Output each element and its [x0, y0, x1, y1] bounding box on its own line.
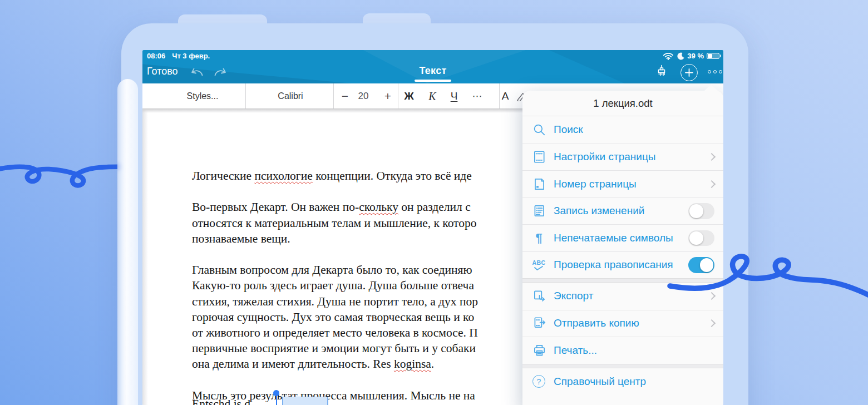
font-size-decrease-button[interactable]: − [342, 90, 348, 103]
toggle-spellcheck[interactable] [688, 257, 714, 273]
formatting-marks-icon: ¶ [531, 230, 546, 245]
send-copy-icon [531, 316, 546, 331]
clock: 08:06 [147, 52, 165, 60]
text-run: первичные восприятие и эмоции могут быть… [192, 342, 476, 355]
text-run: он разделил с [398, 200, 471, 214]
popover-arrow [704, 85, 718, 91]
wifi-icon [663, 52, 674, 60]
redo-icon[interactable] [213, 66, 229, 78]
date: Чт 3 февр. [172, 52, 210, 60]
menu-group-separator [522, 364, 723, 368]
misspelled-word: скольку [359, 200, 398, 214]
status-bar: 08:06 Чт 3 февр. 39 % [142, 50, 723, 61]
search-icon [531, 122, 546, 137]
page-number-icon [531, 176, 546, 191]
marketing-background: 08:06 Чт 3 февр. 39 % [0, 0, 868, 405]
text-run: Во-первых Декарт. Он важен по- [192, 200, 359, 214]
menu-item-print[interactable]: Печать... [522, 337, 723, 364]
font-name-button[interactable]: Calibri [278, 91, 303, 101]
battery-icon [707, 53, 719, 60]
font-size-value: 20 [358, 91, 369, 102]
text-run: относятся к материальным телам и мышлени… [192, 216, 476, 230]
misspelled-word: психологие [254, 169, 312, 182]
tab-active-indicator [415, 80, 451, 82]
tab-text[interactable]: Текст [419, 65, 446, 77]
menu-item-track-changes[interactable]: Запись изменений [522, 197, 723, 225]
track-changes-icon [531, 204, 546, 219]
export-icon [531, 289, 546, 304]
menu-item-label: Номер страницы [554, 178, 637, 190]
font-size-increase-button[interactable]: + [384, 90, 391, 103]
menu-group-separator [522, 278, 723, 283]
menu-item-label: Отправить копию [554, 317, 639, 329]
text-run: от животного и определяет место человека… [192, 326, 478, 339]
ipad-frame: 08:06 Чт 3 февр. 39 % [121, 23, 748, 405]
text-run: Главным вопросом для Декарта было то, ка… [192, 263, 472, 276]
clone-formatting-icon[interactable] [655, 65, 668, 80]
done-button[interactable]: Готово [147, 66, 178, 77]
menu-item-label: Непечатаемые символы [554, 232, 673, 244]
menu-item-label: Поиск [554, 124, 583, 136]
bold-button[interactable]: Ж [404, 90, 413, 102]
italic-button[interactable]: K [428, 90, 436, 102]
text-run: она делима и имеют длительность. Res [192, 357, 394, 371]
text-run: горючая сущность. Дух это самая творческ… [192, 310, 474, 324]
menu-item-label: Экспорт [554, 290, 593, 302]
menu-item-label: Настройки страницы [554, 151, 655, 163]
ipad-screen: 08:06 Чт 3 февр. 39 % [142, 50, 723, 405]
text-selection-highlight [282, 397, 328, 405]
help-icon: ? [531, 374, 546, 389]
underline-button[interactable]: Ч [451, 90, 458, 102]
styles-button[interactable]: Styles... [187, 91, 219, 101]
text-run: концепции. Откуда это всё иде [313, 169, 472, 182]
menu-item-label: Проверка правописания [554, 259, 673, 271]
menu-item-page-settings[interactable]: Настройки страницы [522, 144, 723, 171]
menu-item-page-number[interactable]: Номер страницы [522, 170, 723, 197]
text-run: . [431, 357, 434, 371]
moon-icon [677, 52, 684, 60]
toggle-formatting-marks[interactable] [688, 230, 714, 246]
document-menu-popover: 1 лекция.odt Поиск Настройки страницы [522, 91, 723, 405]
font-color-button[interactable]: A [502, 90, 509, 102]
more-menu-button[interactable] [708, 70, 722, 73]
menu-item-export[interactable]: Экспорт [522, 283, 723, 310]
text-run: познаваемые вещи. [192, 232, 290, 245]
title-toolbar: Готово Текст [142, 61, 723, 83]
spellcheck-icon: ABC [531, 258, 546, 273]
text-run: Какую-то роль здесь играет душа. Душа бо… [192, 279, 474, 292]
document-line: Entschd is d [192, 396, 250, 405]
toggle-track-changes[interactable] [688, 203, 714, 219]
battery-percent: 39 % [687, 52, 704, 60]
menu-item-search[interactable]: Поиск [522, 116, 723, 144]
menu-item-label: Справочный центр [554, 376, 646, 388]
text-run: Логические [192, 169, 254, 182]
text-run: стихия, тяжелая стихия. Душа не портит т… [192, 295, 478, 308]
misspelled-word: koginsa [394, 357, 431, 371]
text-cursor [276, 395, 278, 405]
text-run: Entschd is d [192, 397, 250, 405]
popup-document-title: 1 лекция.odt [522, 91, 723, 116]
chevron-right-icon [708, 180, 716, 188]
more-formatting-button[interactable]: ⋯ [472, 90, 483, 102]
menu-item-help-center[interactable]: ? Справочный центр [522, 368, 723, 396]
undo-icon[interactable] [188, 66, 205, 78]
battery-nub [720, 55, 721, 57]
chevron-right-icon [708, 292, 716, 300]
menu-item-formatting-marks[interactable]: ¶ Непечатаемые символы [522, 224, 723, 251]
print-icon [531, 343, 546, 358]
page-settings-icon [531, 150, 546, 165]
app-header: 08:06 Чт 3 февр. 39 % [142, 50, 723, 83]
chevron-right-icon [708, 153, 716, 161]
insert-plus-button[interactable] [680, 64, 698, 81]
menu-item-send-copy[interactable]: Отправить копию [522, 310, 723, 337]
apple-pencil [117, 79, 138, 405]
menu-item-spellcheck[interactable]: ABC Проверка правописания [522, 251, 723, 279]
menu-item-label: Запись изменений [554, 205, 644, 217]
chevron-right-icon [708, 319, 716, 327]
menu-item-label: Печать... [554, 344, 597, 357]
